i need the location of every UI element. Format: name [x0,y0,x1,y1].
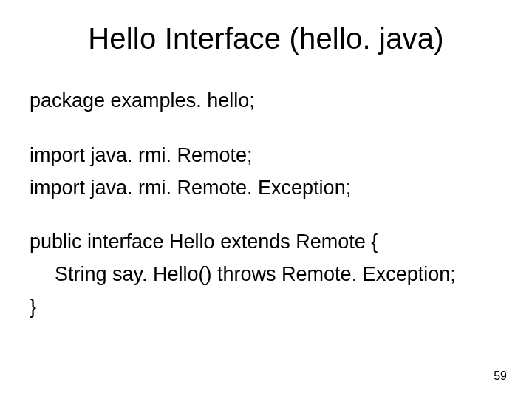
code-line-import-1: import java. rmi. Remote; [30,142,502,170]
slide: Hello Interface (hello. java) package ex… [0,0,532,399]
page-number: 59 [494,369,507,383]
blank-line [30,120,502,142]
code-line-package: package examples. hello; [30,87,502,115]
slide-body: package examples. hello; import java. rm… [30,87,502,326]
code-line-import-2: import java. rmi. Remote. Exception; [30,174,502,202]
slide-title: Hello Interface (hello. java) [0,22,532,55]
blank-line [30,206,502,228]
code-line-method: String say. Hello() throws Remote. Excep… [30,261,502,289]
code-line-interface-open: public interface Hello extends Remote { [30,228,502,256]
code-line-close: } [30,293,502,321]
